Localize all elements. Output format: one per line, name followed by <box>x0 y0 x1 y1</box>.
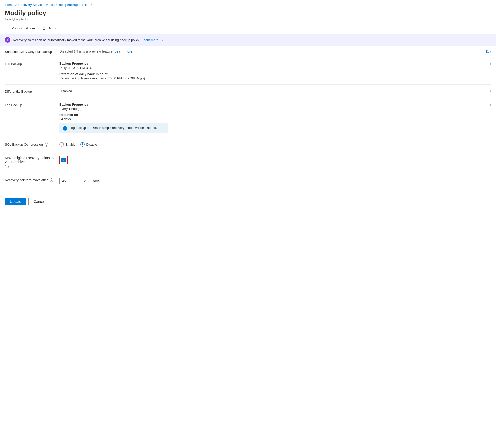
sql-compression-disable-option[interactable]: Disable <box>80 142 97 147</box>
sql-compression-label: SQL Backup Compression ? <box>5 142 59 147</box>
banner-icon: ⚡ <box>5 37 10 43</box>
vault-archive-checkbox[interactable]: ✓ <box>59 156 68 164</box>
vault-archive-help-icon[interactable]: ? <box>5 165 9 168</box>
retention-title: Retention of daily backup point <box>59 72 471 76</box>
disable-radio-outer <box>80 142 85 147</box>
disable-radio-label: Disable <box>86 143 97 146</box>
info-banner: ⚡ Recovery points can be automatically m… <box>0 34 496 46</box>
associated-items-label: Associated items <box>12 26 36 30</box>
associated-items-button[interactable]: ☰ Associated items <box>5 25 39 31</box>
full-backup-content: Backup Frequency Daily at 10:30 PM UTC R… <box>59 62 471 80</box>
cancel-button[interactable]: Cancel <box>28 198 50 205</box>
associated-items-icon: ☰ <box>7 26 11 30</box>
breadcrumb-home[interactable]: Home <box>5 3 14 7</box>
recovery-points-unit: Days <box>92 179 100 183</box>
delete-label: Delete <box>48 26 57 30</box>
differential-backup-edit-link[interactable]: Edit <box>486 89 491 93</box>
full-backup-edit-link[interactable]: Edit <box>486 61 491 66</box>
snapshot-value: Disabled (This is a preview feature. <box>59 49 114 53</box>
update-button[interactable]: Update <box>5 198 26 205</box>
snapshot-learn-more-link[interactable]: Learn more) <box>115 49 134 53</box>
recovery-points-value: 45 <box>62 179 66 183</box>
disable-radio-inner <box>82 143 83 145</box>
delete-button[interactable]: 🗑 Delete <box>40 25 59 31</box>
banner-text: Recovery points can be automatically mov… <box>13 38 163 42</box>
sql-compression-row: SQL Backup Compression ? Enable Disable <box>5 138 491 151</box>
log-backup-edit-link[interactable]: Edit <box>486 102 491 107</box>
full-backup-label: Full Backup <box>5 62 59 66</box>
sql-compression-content: Enable Disable <box>59 142 471 147</box>
banner-learn-more-link[interactable]: Learn more. <box>142 38 159 42</box>
backup-freq-title: Backup Frequency <box>59 62 471 65</box>
full-backup-row: Full Backup Backup Frequency Daily at 10… <box>5 57 491 85</box>
differential-backup-row: Differential Backup Disabled Edit <box>5 85 491 98</box>
backup-freq-value: Daily at 10:30 PM UTC <box>59 66 471 70</box>
banner-arrow: → <box>160 38 163 42</box>
policy-content: Snapshot Copy Only Full backup Disabled … <box>0 46 496 189</box>
more-options-button[interactable]: ... <box>49 10 55 16</box>
log-backup-info-box: i Log backup for DBs in simple recovery … <box>59 123 168 133</box>
log-backup-freq-title: Backup Frequency <box>59 103 471 106</box>
page-title: Modify policy <box>5 9 46 17</box>
vault-archive-label-block: Move eligible recovery points to vault-a… <box>5 156 59 168</box>
delete-icon: 🗑 <box>42 26 46 30</box>
snapshot-edit-link[interactable]: Edit <box>486 49 491 53</box>
recovery-points-row: Recovery points to move after ? 45 ✓ Day… <box>5 173 491 189</box>
log-backup-content: Backup Frequency Every 1 hour(s) Retaine… <box>59 103 471 133</box>
breadcrumb-sep-1: > <box>15 3 17 7</box>
vault-archive-label: Move eligible recovery points to vault-a… <box>5 156 59 164</box>
vault-archive-content: ✓ <box>59 156 471 164</box>
log-retained-title: Retained for <box>59 113 471 117</box>
log-backup-label: Log Backup <box>5 103 59 107</box>
differential-backup-value: Disabled <box>59 89 471 93</box>
log-backup-freq-value: Every 1 hour(s) <box>59 107 471 111</box>
snapshot-label: Snapshot Copy Only Full backup <box>5 49 59 54</box>
recovery-points-label: Recovery points to move after ? <box>5 178 59 182</box>
sql-compression-radio-group: Enable Disable <box>59 142 471 147</box>
vault-archive-row: Move eligible recovery points to vault-a… <box>5 151 491 173</box>
recovery-points-select[interactable]: 45 ✓ <box>59 178 89 184</box>
log-retained-value: 24 days <box>59 117 471 121</box>
enable-radio-label: Enable <box>65 143 75 146</box>
differential-backup-label: Differential Backup <box>5 89 59 93</box>
breadcrumb-sep-2: > <box>56 3 58 7</box>
footer: Update Cancel <box>0 194 496 209</box>
sql-compression-enable-option[interactable]: Enable <box>59 142 75 147</box>
snapshot-row: Snapshot Copy Only Full backup Disabled … <box>5 46 491 57</box>
differential-backup-content: Disabled <box>59 89 471 93</box>
enable-radio-outer <box>59 142 64 147</box>
snapshot-content: Disabled (This is a preview feature. Lea… <box>59 49 471 53</box>
checkbox-checkmark: ✓ <box>61 158 66 162</box>
recovery-points-content: 45 ✓ Days <box>59 178 471 184</box>
log-backup-info-text: Log backup for DBs in simple recovery mo… <box>69 126 157 130</box>
select-check-icon: ✓ <box>84 179 86 183</box>
info-icon: i <box>63 126 67 131</box>
page-header: Modify policy ... HourlyLogBackup <box>0 8 496 23</box>
page-subtitle: HourlyLogBackup <box>5 17 491 21</box>
recovery-points-select-group: 45 ✓ Days <box>59 178 471 184</box>
breadcrumb-recovery-vaults[interactable]: Recovery Services vaults <box>18 3 55 7</box>
sql-compression-help-icon[interactable]: ? <box>45 143 48 147</box>
recovery-points-help-icon[interactable]: ? <box>50 178 53 182</box>
toolbar: ☰ Associated items 🗑 Delete <box>0 23 496 34</box>
retention-value: Retain backup taken every day at 10:30 P… <box>59 76 471 80</box>
log-backup-row: Log Backup Backup Frequency Every 1 hour… <box>5 98 491 138</box>
breadcrumb: Home > Recovery Services vaults > abc | … <box>0 0 496 8</box>
breadcrumb-backup-policies[interactable]: abc | Backup policies <box>59 3 89 7</box>
breadcrumb-sep-3: > <box>91 3 93 7</box>
